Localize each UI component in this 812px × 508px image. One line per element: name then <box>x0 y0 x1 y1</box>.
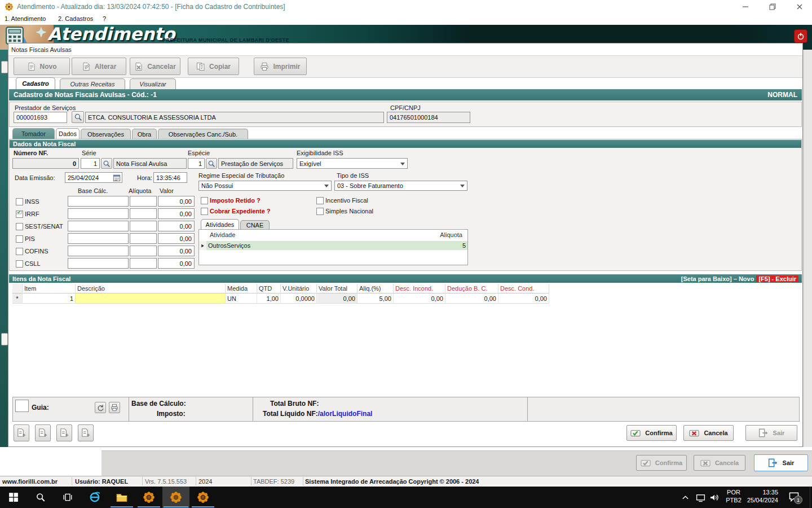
file-explorer-button[interactable] <box>108 487 135 508</box>
irrf-valor-field[interactable]: 0,00 <box>158 208 195 219</box>
item-row-descricao[interactable] <box>76 294 226 304</box>
especie-search-button[interactable] <box>206 158 217 169</box>
irrf-checkbox[interactable] <box>16 211 23 218</box>
inss-aliquota-field[interactable] <box>130 196 157 207</box>
imposto-retido-checkbox[interactable] <box>201 197 208 204</box>
tray-network[interactable] <box>696 493 705 502</box>
start-button[interactable] <box>0 487 27 508</box>
item-row-aliq[interactable]: 5,00 <box>358 294 394 304</box>
show-desktop-button[interactable] <box>810 487 812 508</box>
copiar-button[interactable]: Copiar <box>188 58 239 75</box>
cobrar-expediente-checkbox[interactable] <box>201 208 208 215</box>
tray-volume[interactable] <box>709 493 719 502</box>
serie-field[interactable]: 1 <box>81 158 100 169</box>
simples-nacional-checkbox[interactable] <box>316 208 324 215</box>
outer-confirma-button[interactable]: Confirma <box>636 455 687 471</box>
cancelar-button[interactable]: Cancelar <box>130 58 180 75</box>
tray-chevron-up[interactable] <box>681 493 690 502</box>
inss-valor-field[interactable]: 0,00 <box>158 196 195 207</box>
tray-clock-date[interactable]: 25/04/2024 <box>743 497 778 503</box>
power-button[interactable] <box>794 29 807 43</box>
menu-atendimento[interactable]: 1. Atendimento <box>5 15 46 22</box>
serie-search-button[interactable] <box>101 158 112 169</box>
item-row-medida[interactable]: UN <box>226 294 257 304</box>
fiorilli-app2-button-active[interactable] <box>162 487 189 508</box>
data-emissao-field[interactable]: 25/04/2024 <box>65 172 122 183</box>
minimize-button[interactable] <box>733 0 758 13</box>
item-row-vunitario[interactable]: 0,0000 <box>281 294 317 304</box>
menu-cadastros[interactable]: 2. Cadastros <box>58 15 93 22</box>
item-row-deducao[interactable]: 0,00 <box>445 294 498 304</box>
sest-senat-aliquota-field[interactable] <box>130 221 157 231</box>
close-button[interactable] <box>787 0 812 13</box>
taskbar-search-button[interactable] <box>27 487 54 508</box>
pis-valor-field[interactable]: 0,00 <box>158 233 195 244</box>
novo-button[interactable]: Novo <box>14 58 70 75</box>
sest-senat-checkbox[interactable] <box>16 223 23 230</box>
exigibilidade-select[interactable]: Exigível <box>297 158 408 169</box>
nav-next-button[interactable] <box>56 424 72 441</box>
prestador-code-field[interactable]: 000001693 <box>14 112 67 123</box>
task-view-button[interactable] <box>54 487 81 508</box>
tab-observacoes[interactable]: Observações <box>81 129 131 139</box>
nav-first-button[interactable] <box>14 424 29 441</box>
menu-help[interactable]: ? <box>103 15 106 22</box>
outer-cancela-button[interactable]: Cancela <box>694 455 745 471</box>
nav-last-button[interactable] <box>78 424 94 441</box>
item-row-desc-cond[interactable]: 0,00 <box>498 294 549 304</box>
cpf-cnpj-field[interactable]: 04176501000184 <box>387 112 470 123</box>
action-center-button[interactable]: 1 <box>788 491 800 502</box>
irrf-aliquota-field[interactable] <box>130 208 157 219</box>
fiorilli-app1-button[interactable] <box>135 487 162 508</box>
inss-checkbox[interactable] <box>16 198 23 205</box>
tab-atividades[interactable]: Atividades <box>201 219 239 229</box>
tab-obra[interactable]: Obra <box>132 129 157 139</box>
confirma-button[interactable]: Confirma <box>626 425 677 441</box>
cofins-checkbox[interactable] <box>16 248 23 255</box>
irrf-base-field[interactable] <box>68 208 129 219</box>
cofins-aliquota-field[interactable] <box>130 246 157 256</box>
tab-cadastro[interactable]: Cadastro <box>16 77 55 89</box>
tray-clock-time[interactable]: 13:35 <box>743 489 778 496</box>
tab-dados[interactable]: Dados <box>56 128 80 139</box>
item-row-qtd[interactable]: 1,00 <box>257 294 281 304</box>
internet-explorer-button[interactable] <box>81 487 108 508</box>
tab-obs-canc-sub[interactable]: Observações Canc./Sub. <box>158 129 248 139</box>
sest-senat-base-field[interactable] <box>68 221 129 231</box>
tab-outras-receitas[interactable]: Outras Receitas <box>60 78 125 89</box>
guia-print-button[interactable] <box>109 402 120 413</box>
inss-base-field[interactable] <box>68 196 129 207</box>
tab-visualizar[interactable]: Visualizar <box>130 78 176 89</box>
guia-refresh-button[interactable] <box>95 402 106 413</box>
tab-cnae[interactable]: CNAE <box>240 220 270 229</box>
imprimir-button[interactable]: Imprimir <box>254 58 307 75</box>
guia-field[interactable] <box>15 400 29 412</box>
cancela-button[interactable]: Cancela <box>683 425 734 441</box>
tray-language-line1[interactable]: POR <box>724 489 743 496</box>
prestador-name-field[interactable]: ETCA. CONSULTORIA E ASSESSORIA LTDA <box>85 112 384 123</box>
nav-prev-button[interactable] <box>35 424 51 441</box>
item-row-desc-incond[interactable]: 0,00 <box>394 294 445 304</box>
tray-language-line2[interactable]: PTB2 <box>724 497 743 503</box>
item-row-number[interactable]: 1 <box>23 294 76 304</box>
especie-field[interactable]: 1 <box>188 158 205 169</box>
pis-aliquota-field[interactable] <box>130 233 157 244</box>
sair-button-disabled[interactable]: Sair <box>745 425 797 441</box>
tab-tomador[interactable]: Tomador <box>12 128 55 139</box>
pis-base-field[interactable] <box>68 233 129 244</box>
tipo-iss-select[interactable]: 03 - Sobre Faturamento <box>334 181 467 191</box>
incentivo-fiscal-checkbox[interactable] <box>316 197 324 204</box>
csll-base-field[interactable] <box>68 258 129 269</box>
cofins-base-field[interactable] <box>68 246 129 256</box>
alterar-button[interactable]: Alterar <box>72 58 126 75</box>
sest-senat-valor-field[interactable]: 0,00 <box>158 221 195 231</box>
numero-nf-field[interactable]: 0 <box>12 158 79 169</box>
fiorilli-app3-button[interactable] <box>189 487 217 508</box>
pis-checkbox[interactable] <box>16 235 23 243</box>
atividade-row[interactable]: OutrosServiços 5 <box>206 241 467 250</box>
prestador-search-button[interactable] <box>72 111 84 123</box>
regime-select[interactable]: Não Possui <box>198 181 332 191</box>
csll-aliquota-field[interactable] <box>130 258 157 269</box>
outer-sair-button[interactable]: Sair <box>754 454 808 471</box>
restore-button[interactable] <box>760 0 785 13</box>
